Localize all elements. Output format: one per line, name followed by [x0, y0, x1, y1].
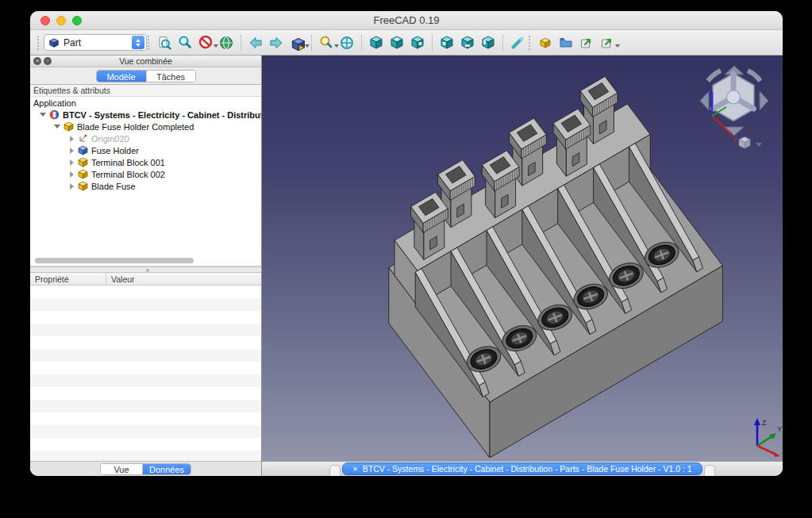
view-top-button[interactable] — [387, 33, 407, 52]
zoom-button[interactable] — [316, 33, 337, 52]
collapsed-arrow-icon[interactable] — [70, 136, 74, 142]
panel-header: × ◦ Vue combinée — [30, 56, 261, 67]
view-top-icon — [389, 35, 405, 51]
export-alt-button[interactable] — [597, 33, 618, 52]
tab-stub — [329, 465, 341, 476]
nav-rotate-right-icon — [748, 71, 760, 81]
workbench-stepper[interactable] — [132, 36, 144, 49]
panel-close-icon[interactable]: × — [33, 57, 41, 65]
nav-arrow-right-icon — [760, 91, 768, 110]
part-shapebuilder-button[interactable] — [535, 33, 556, 52]
whats-this-button[interactable] — [154, 33, 175, 52]
collapsed-arrow-icon[interactable] — [70, 183, 74, 190]
search-button[interactable] — [175, 33, 195, 52]
fly-navigation-button[interactable] — [287, 33, 307, 52]
panel-tab-group: Modèle Tâches — [96, 70, 196, 82]
folder-icon — [558, 35, 574, 51]
export-button[interactable] — [576, 33, 597, 52]
axis-z-label: Z — [762, 419, 767, 427]
tab-vue[interactable]: Vue — [101, 464, 142, 474]
view-rear-button[interactable] — [437, 33, 457, 52]
view-front-button[interactable] — [366, 33, 387, 52]
collapsed-arrow-icon[interactable] — [70, 148, 74, 154]
tab-close-icon[interactable]: × — [352, 465, 357, 474]
navigation-cube[interactable]: Z X — [691, 62, 778, 155]
back-button[interactable] — [245, 33, 266, 52]
panel-float-icon[interactable]: ◦ — [44, 57, 52, 65]
part-icon — [63, 121, 74, 132]
nav-rotate-left-icon — [708, 71, 721, 81]
value-column-header[interactable]: Valeur — [106, 273, 261, 285]
tree-horizontal-scrollbar[interactable] — [35, 258, 194, 263]
toolbar-grip[interactable] — [37, 36, 40, 50]
view-rear-icon — [439, 35, 455, 51]
nav-axis-x-label: X — [733, 136, 737, 144]
workbench-cube-icon — [48, 37, 60, 48]
toolbar-separator — [502, 35, 503, 51]
panel-title: Vue combinée — [30, 56, 261, 67]
3d-viewport[interactable]: Z X — [262, 56, 783, 461]
titlebar: FreeCAD 0.19 — [30, 11, 783, 30]
expanded-arrow-icon[interactable] — [54, 125, 60, 129]
workbench-selector[interactable]: Part — [44, 34, 147, 51]
tab-taches[interactable]: Tâches — [146, 71, 195, 82]
forward-button[interactable] — [266, 33, 287, 52]
whats-this-icon — [156, 35, 172, 51]
measure-button[interactable] — [507, 33, 528, 52]
open-folder-button[interactable] — [556, 33, 576, 52]
export-alt-icon — [599, 35, 615, 51]
tree-item-terminal-block-001[interactable]: Terminal Block 001 — [30, 156, 261, 168]
tree-item-terminal-block-002[interactable]: Terminal Block 002 — [30, 168, 261, 180]
properties-table[interactable] — [30, 286, 261, 461]
property-column-header[interactable]: Propriété — [30, 273, 106, 285]
toolbar-separator — [361, 35, 362, 51]
view-bottom-button[interactable] — [457, 33, 478, 52]
part-icon — [78, 169, 88, 179]
model-tree: Étiquettes & attributs Application BTCV … — [30, 84, 261, 267]
document-tab-label: BTCV - Systems - Electricity - Cabinet -… — [363, 464, 692, 474]
toolbar-separator — [311, 35, 312, 51]
abort-button[interactable] — [195, 33, 216, 52]
tree-item-document[interactable]: BTCV - Systems - Electricity - Cabinet -… — [30, 109, 261, 121]
tree-item-origin[interactable]: Origin020 — [30, 132, 261, 144]
measure-icon — [510, 35, 525, 51]
view-right-button[interactable] — [407, 33, 428, 52]
part-shapebuilder-icon — [538, 36, 552, 50]
toolbar-separator — [432, 35, 433, 51]
part-icon-blue — [78, 145, 88, 155]
tree-item-fuse-holder[interactable]: Fuse Holder — [30, 144, 261, 156]
properties-panel: Propriété Valeur — [30, 273, 261, 461]
view-left-icon — [480, 35, 496, 51]
collapsed-arrow-icon[interactable] — [70, 159, 74, 166]
forward-icon — [268, 35, 284, 51]
origin-icon — [78, 133, 88, 144]
nav-mini-cube-icon[interactable] — [739, 137, 750, 149]
axonometric-icon — [339, 35, 355, 51]
view-bottom-icon — [460, 35, 475, 51]
fly-navigation-icon — [289, 35, 305, 51]
axis-x-label: X — [782, 447, 783, 455]
web-button[interactable] — [216, 33, 237, 52]
toolbar-grip[interactable] — [148, 36, 150, 50]
export-icon — [579, 35, 595, 51]
back-icon — [248, 35, 264, 51]
toolbar: Part — [30, 30, 783, 56]
axis-y-label: Y — [777, 425, 782, 433]
axonometric-button[interactable] — [337, 33, 357, 52]
view-front-icon — [368, 35, 384, 51]
tree-item-blade-fuse[interactable]: Blade Fuse — [30, 180, 261, 192]
expanded-arrow-icon[interactable] — [40, 113, 46, 117]
collapsed-arrow-icon[interactable] — [70, 171, 74, 178]
document-tab[interactable]: × BTCV - Systems - Electricity - Cabinet… — [342, 462, 702, 475]
toolbar-grip[interactable] — [529, 36, 531, 50]
tree-item-group[interactable]: Blade Fuse Holder Completed — [30, 121, 261, 132]
tab-donnees[interactable]: Données — [142, 464, 190, 474]
axis-triad: Z Y X — [745, 414, 783, 459]
panel-splitter[interactable] — [30, 267, 261, 273]
view-left-button[interactable] — [478, 33, 498, 52]
combo-view-panel: × ◦ Vue combinée Modèle Tâches Étiquette… — [30, 56, 262, 476]
tree-root-application[interactable]: Application — [30, 97, 261, 109]
tab-modele[interactable]: Modèle — [97, 71, 146, 82]
window-title: FreeCAD 0.19 — [30, 11, 783, 29]
document-icon — [49, 109, 60, 120]
